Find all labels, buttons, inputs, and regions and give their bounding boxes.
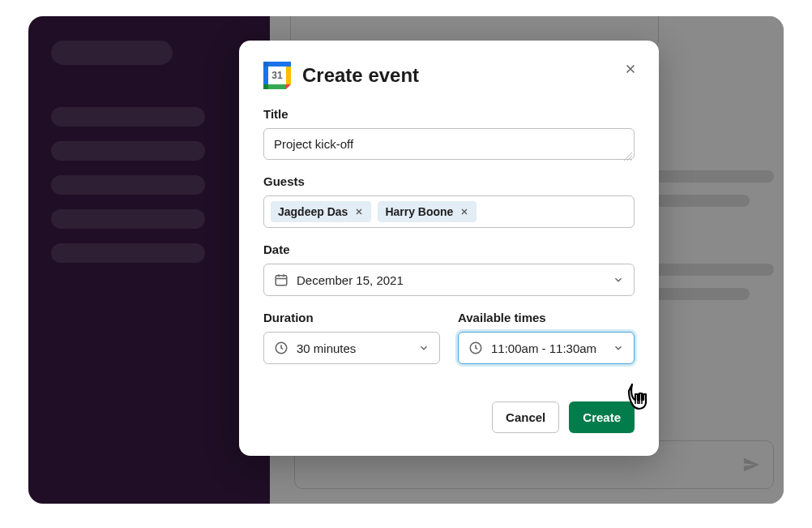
date-select[interactable]: December 15, 2021 bbox=[263, 264, 635, 296]
guest-chip[interactable]: Harry Boone bbox=[378, 201, 477, 222]
sidebar bbox=[28, 16, 255, 504]
svg-text:31: 31 bbox=[271, 70, 283, 81]
date-field-group: Date December 15, 2021 bbox=[263, 243, 635, 296]
modal-header: 31 Create event bbox=[263, 62, 635, 89]
svg-rect-3 bbox=[286, 67, 291, 84]
calendar-icon bbox=[274, 273, 288, 287]
duration-value: 30 minutes bbox=[297, 341, 410, 355]
guest-chip-label: Jagdeep Das bbox=[278, 205, 348, 218]
duration-field-group: Duration 30 minutes bbox=[263, 311, 440, 364]
available-times-select[interactable]: 11:00am - 11:30am bbox=[458, 332, 635, 364]
create-event-modal: 31 Create event Title Project kick-off G… bbox=[239, 41, 659, 456]
sidebar-item-skeleton bbox=[51, 141, 205, 161]
guests-field-group: Guests Jagdeep Das Harry Boone bbox=[263, 174, 635, 228]
clock-icon bbox=[468, 341, 483, 355]
available-times-label: Available times bbox=[458, 311, 635, 324]
guest-chip[interactable]: Jagdeep Das bbox=[271, 201, 371, 222]
google-calendar-icon: 31 bbox=[263, 62, 291, 89]
duration-select[interactable]: 30 minutes bbox=[263, 332, 440, 364]
svg-rect-4 bbox=[268, 84, 286, 89]
title-field-group: Title Project kick-off bbox=[263, 107, 635, 160]
available-times-value: 11:00am - 11:30am bbox=[491, 341, 605, 355]
available-times-field-group: Available times 11:00am - 11:30am bbox=[458, 311, 635, 364]
guests-input[interactable]: Jagdeep Das Harry Boone bbox=[263, 195, 635, 228]
create-button[interactable]: Create bbox=[569, 401, 635, 433]
resize-handle-icon bbox=[624, 149, 632, 157]
svg-rect-2 bbox=[268, 62, 286, 67]
title-input[interactable]: Project kick-off bbox=[263, 128, 635, 160]
modal-title: Create event bbox=[302, 64, 635, 87]
duration-label: Duration bbox=[263, 311, 440, 324]
title-input-text: Project kick-off bbox=[274, 137, 353, 151]
svg-rect-6 bbox=[286, 62, 291, 67]
date-label: Date bbox=[263, 243, 635, 256]
clock-icon bbox=[274, 341, 288, 355]
modal-footer: Cancel Create bbox=[263, 401, 635, 433]
chevron-down-icon bbox=[613, 342, 624, 354]
sidebar-item-skeleton bbox=[51, 175, 205, 195]
guests-label: Guests bbox=[263, 174, 635, 188]
svg-rect-7 bbox=[263, 84, 268, 89]
sidebar-item-skeleton bbox=[51, 243, 205, 263]
cancel-button[interactable]: Cancel bbox=[492, 401, 559, 433]
sidebar-workspace-skeleton bbox=[51, 41, 173, 65]
guest-chip-label: Harry Boone bbox=[385, 205, 453, 218]
remove-guest-button[interactable] bbox=[354, 207, 364, 217]
title-label: Title bbox=[263, 107, 635, 121]
sidebar-item-skeleton bbox=[51, 107, 205, 127]
close-icon bbox=[623, 62, 638, 76]
sidebar-item-skeleton bbox=[51, 209, 205, 229]
svg-rect-1 bbox=[263, 67, 268, 84]
close-button[interactable] bbox=[620, 58, 641, 79]
remove-guest-button[interactable] bbox=[459, 207, 469, 217]
date-value: December 15, 2021 bbox=[297, 273, 605, 287]
chevron-down-icon bbox=[418, 342, 430, 354]
chevron-down-icon bbox=[613, 274, 624, 285]
svg-rect-5 bbox=[263, 62, 268, 67]
svg-rect-9 bbox=[276, 276, 287, 285]
